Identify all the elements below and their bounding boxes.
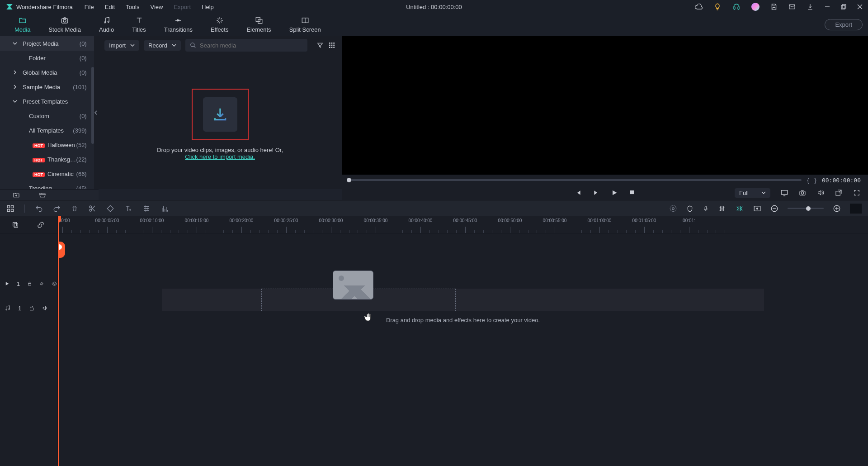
sidebar-item-preset-templates[interactable]: Preset Templates [0, 94, 94, 109]
undo-button[interactable] [35, 204, 43, 213]
sidebar-item-custom[interactable]: Custom(0) [0, 109, 94, 123]
audio-mixer-icon[interactable] [718, 204, 726, 213]
zoom-out-button[interactable] [770, 204, 778, 213]
prev-frame-button[interactable] [575, 189, 582, 196]
link-icon[interactable] [37, 221, 44, 228]
mark-out-button[interactable]: } [815, 177, 816, 184]
fullscreen-icon[interactable] [853, 189, 861, 196]
grid-view-icon[interactable] [328, 42, 335, 49]
save-icon[interactable] [770, 3, 778, 10]
split-button[interactable] [88, 204, 96, 213]
menu-view[interactable]: View [150, 4, 163, 10]
next-frame-button[interactable] [593, 189, 600, 196]
sidebar-collapse-handle[interactable] [94, 36, 99, 189]
menu-export[interactable]: Export [174, 4, 191, 10]
record-dropdown[interactable]: Record [144, 40, 181, 51]
menu-edit[interactable]: Edit [105, 4, 115, 10]
mute-icon[interactable] [42, 305, 48, 311]
marker-icon[interactable] [686, 204, 693, 213]
scrubber-thumb[interactable] [347, 178, 351, 182]
display-icon[interactable] [780, 189, 788, 196]
search-input[interactable] [200, 42, 303, 49]
download-icon[interactable] [807, 3, 814, 10]
ruler-tick-major [376, 227, 376, 233]
sidebar-item-label: Global Media [23, 69, 80, 76]
import-dropdown[interactable]: Import [104, 40, 139, 51]
color-icon[interactable] [669, 204, 677, 213]
add-text-button[interactable] [124, 204, 132, 213]
delete-button[interactable] [71, 204, 78, 213]
voiceover-icon[interactable] [703, 204, 709, 213]
sidebar-item-halloween[interactable]: HOTHalloween(52) [0, 138, 94, 152]
close-button[interactable] [857, 4, 863, 10]
sidebar-item-thanksgiving[interactable]: HOTThanksgiving(22) [0, 152, 94, 166]
sidebar-item-sample-media[interactable]: Sample Media(101) [0, 80, 94, 94]
mail-icon[interactable] [788, 3, 796, 10]
preview-viewport[interactable] [342, 36, 868, 175]
tab-transitions[interactable]: Transitions [155, 14, 202, 35]
maximize-button[interactable] [841, 4, 846, 10]
tracks-area[interactable]: 0:00:0000:00:05:0000:00:10:0000:00:15:00… [58, 216, 868, 466]
folder-open-icon[interactable] [39, 191, 46, 199]
zoom-in-button[interactable] [833, 204, 841, 213]
layout-icon[interactable] [6, 204, 14, 213]
start-marker[interactable] [58, 242, 65, 258]
lock-icon[interactable] [28, 305, 35, 311]
volume-icon[interactable] [816, 189, 825, 196]
scrubber-track[interactable] [349, 179, 802, 181]
drop-text-block: Drop your video clips, images, or audio … [98, 147, 342, 160]
quality-label: Full [739, 190, 749, 196]
quality-dropdown[interactable]: Full [735, 188, 770, 198]
play-button[interactable] [611, 189, 618, 196]
duplicate-icon[interactable] [12, 221, 19, 228]
tab-stock-media[interactable]: Stock Media [39, 14, 90, 35]
lightbulb-icon[interactable] [713, 3, 722, 11]
sidebar-item-project-media[interactable]: Project Media(0) [0, 36, 94, 51]
tab-titles[interactable]: Titles [123, 14, 155, 35]
time-ruler[interactable]: 0:00:0000:00:05:0000:00:10:0000:00:15:00… [58, 216, 868, 233]
menu-file[interactable]: File [85, 4, 94, 10]
zoom-thumb[interactable] [806, 206, 811, 211]
avatar[interactable] [751, 3, 760, 11]
tag-icon[interactable] [106, 204, 114, 213]
tab-elements[interactable]: Elements [237, 14, 280, 35]
filter-icon[interactable] [316, 42, 324, 49]
tab-media[interactable]: Media [5, 14, 39, 35]
sidebar-item-trending[interactable]: Trending(45) [0, 181, 94, 189]
pop-out-icon[interactable] [835, 189, 843, 196]
sidebar-item-all-templates[interactable]: All Templates(399) [0, 123, 94, 138]
browser-body[interactable]: Drop your video clips, images, or audio … [98, 54, 342, 189]
ruler-tick-minor [340, 230, 340, 233]
minimize-button[interactable] [825, 4, 830, 10]
ruler-tick-minor [349, 230, 349, 233]
headphones-icon[interactable] [732, 3, 741, 11]
sidebar-item-cinematic[interactable]: HOTCinematic(66) [0, 166, 94, 181]
visibility-icon[interactable] [52, 281, 57, 287]
new-folder-icon[interactable] [13, 191, 20, 199]
crop-icon[interactable] [753, 205, 761, 212]
snapshot-icon[interactable] [798, 189, 807, 196]
sidebar-item-folder[interactable]: Folder(0) [0, 51, 94, 65]
redo-button[interactable] [53, 204, 61, 213]
sidebar-item-global-media[interactable]: Global Media(0) [0, 65, 94, 80]
export-button[interactable]: Export [825, 19, 863, 30]
render-icon[interactable] [735, 204, 744, 213]
playhead[interactable] [58, 216, 59, 466]
tab-split-screen[interactable]: Split Screen [280, 14, 330, 35]
adjust-icon[interactable] [142, 204, 151, 213]
tab-effects[interactable]: Effects [202, 14, 238, 35]
tab-audio[interactable]: Audio [90, 14, 123, 35]
import-link[interactable]: Click here to import media. [185, 153, 255, 160]
stop-button[interactable] [629, 189, 635, 195]
lock-icon[interactable] [27, 281, 32, 287]
zoom-slider[interactable] [788, 208, 824, 209]
ruler-tick-minor [277, 230, 278, 233]
menu-tools[interactable]: Tools [126, 4, 139, 10]
mute-icon[interactable] [39, 281, 44, 287]
zoom-fit-button[interactable] [850, 204, 862, 214]
cloud-icon[interactable] [694, 3, 703, 11]
drop-zone[interactable] [192, 89, 249, 140]
mark-in-button[interactable]: { [807, 177, 809, 184]
menu-help[interactable]: Help [202, 4, 214, 10]
audio-equalizer-icon[interactable] [160, 204, 169, 213]
